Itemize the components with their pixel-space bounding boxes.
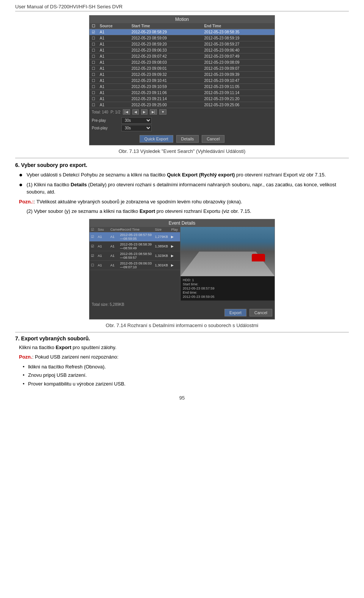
- motion-table-row[interactable]: ☐ A1 2012-05-23 09:07:42 2012-05-23 09:0…: [89, 54, 275, 60]
- total-size-row: Total size: 5,289KB: [92, 302, 272, 307]
- end-time-label: End time:: [183, 291, 272, 294]
- event-row-play[interactable]: ▶: [171, 235, 179, 239]
- preview-panel: HDD: 1 Start time: 2012-05-23 08:57:59 E…: [180, 227, 275, 301]
- motion-table-row[interactable]: ☐ A1 2012-05-23 09:11:06 2012-05-23 09:1…: [89, 90, 275, 96]
- nav-prev[interactable]: ◀: [132, 109, 139, 115]
- row-end: 2012-05-23 09:07:49: [202, 54, 275, 60]
- row-end: 2012-05-23 09:11:14: [202, 90, 275, 96]
- motion-dialog-title: Motion: [89, 16, 275, 23]
- motion-table-row[interactable]: ☐ A1 2012-05-23 08:59:09 2012-05-23 08:5…: [89, 35, 275, 41]
- bullet3: (2) Vyber soubor (y) ze seznamu a klikni…: [19, 208, 349, 215]
- nav-first[interactable]: |◀: [123, 109, 130, 115]
- event-row-check: ☑: [91, 254, 96, 258]
- bullet1-before: Vyber události s Detekcí Pohybu ze sezna…: [27, 172, 167, 178]
- road-scene: [180, 227, 275, 276]
- row-end: 2012-05-23 09:09:39: [202, 72, 275, 78]
- post-play-select[interactable]: 30s: [121, 125, 152, 131]
- motion-table-row[interactable]: ☐ A1 2012-05-23 08:59:20 2012-05-23 08:5…: [89, 41, 275, 47]
- motion-table-row[interactable]: ☑ A1 2012-05-23 08:58:29 2012-05-23 08:5…: [89, 29, 275, 35]
- sub-bullet-item: • Prover kompatibilitu u výrobce zarizen…: [23, 380, 349, 388]
- note2-text: : Pokud USB zarizení není rozpoznáno:: [32, 354, 119, 360]
- nav-next[interactable]: ▶: [141, 109, 147, 115]
- motion-table-row[interactable]: ☐ A1 2012-05-23 09:10:59 2012-05-23 09:1…: [89, 84, 275, 90]
- motion-table-row[interactable]: ☐ A1 2012-05-23 09:10:41 2012-05-23 09:1…: [89, 78, 275, 84]
- bullet1-dot: ●: [19, 171, 25, 178]
- row-check: ☐: [89, 41, 97, 47]
- details-button[interactable]: Details: [176, 135, 199, 143]
- event-row-check: ☑: [91, 244, 96, 248]
- sub-bullet-text: Prover kompatibilitu u výrobce zarizení …: [28, 380, 126, 388]
- total-count: Total: 140: [92, 110, 108, 114]
- row-start: 2012-05-23 09:10:41: [129, 78, 202, 84]
- export-btn-bar: Export Cancel: [92, 307, 272, 318]
- event-row-src: A1: [98, 235, 109, 239]
- event-row-play[interactable]: ▶: [171, 244, 179, 248]
- row-end: 2012-05-23 08:59:27: [202, 41, 275, 47]
- event-row-play[interactable]: ▶: [171, 254, 179, 258]
- event-row-check: ☑: [91, 235, 96, 239]
- normal1-bold: Export: [56, 345, 71, 350]
- bullet3-before: (2) Vyber soubor (y) ze seznamu a klikni…: [27, 208, 140, 214]
- event-row-play[interactable]: ▶: [171, 263, 179, 267]
- total-size-label: Total size: 5,289KB: [92, 302, 124, 307]
- row-end: 2012-05-23 09:21:20: [202, 96, 275, 102]
- cancel-button-motion[interactable]: Cancel: [202, 135, 224, 143]
- page-info: P: 1/2: [110, 110, 120, 114]
- cancel-button-event[interactable]: Cancel: [249, 309, 272, 316]
- post-play-label: Post-play: [92, 126, 118, 130]
- event-row-size: 1,323KB: [155, 254, 169, 258]
- bullet3-bold: Export: [140, 208, 155, 214]
- row-source: A1: [97, 35, 129, 41]
- row-source: A1: [97, 90, 129, 96]
- nav-down[interactable]: ▼: [159, 109, 166, 115]
- event-row-cam: A1: [110, 244, 118, 248]
- post-play-row: Post-play 30s: [92, 125, 272, 131]
- bullet3-text: (2) Vyber soubor (y) ze seznamu a klikni…: [27, 208, 251, 215]
- event-dialog-footer: Total size: 5,289KB Export Cancel: [89, 301, 275, 319]
- motion-table-row[interactable]: ☐ A1 2012-05-23 09:08:03 2012-05-23 09:0…: [89, 60, 275, 66]
- event-list-header: ☑ Sou Camer Record Time Size Play: [89, 227, 180, 232]
- preview-image: [180, 227, 275, 276]
- note2: Pozn.: Pokud USB zarizení není rozpoznán…: [19, 353, 349, 361]
- note1-text: : TVelikost aktuálne vybraných souborů j…: [34, 199, 242, 205]
- nav-last[interactable]: ▶|: [150, 109, 157, 115]
- section6-heading: 6. Vyber soubory pro export.: [15, 162, 349, 168]
- event-details-title: Event Details: [89, 219, 275, 227]
- event-list-row[interactable]: ☑ A1 A1 2012-05-23 08:57:59—08:59:05 1,2…: [89, 232, 180, 242]
- event-list-row[interactable]: ☑ A1 A1 2012-05-23 08:58:50—08:59:57 1,3…: [89, 251, 180, 261]
- motion-table-row[interactable]: ☐ A1 2012-05-23 09:06:33 2012-05-23 09:0…: [89, 47, 275, 54]
- pre-play-label: Pre-play: [92, 118, 118, 123]
- event-list-row[interactable]: ☐ A1 A1 2012-05-23 09:06:03—09:07:10 1,3…: [89, 261, 180, 270]
- sub-bullet-text: lklikni na tlacítko Refresh (Obnova).: [28, 363, 106, 371]
- quick-export-button[interactable]: Quick Export: [140, 135, 173, 143]
- row-source: A1: [97, 54, 129, 60]
- sub-bullet-text: Znovu pripoj USB zarizení.: [28, 371, 87, 379]
- row-source: A1: [97, 41, 129, 47]
- page-container: User Manual of DS-7200HVI/HFI-SH Series …: [0, 0, 364, 416]
- divider1: [15, 158, 349, 158]
- motion-table-row[interactable]: ☐ A1 2012-05-23 09:25:00 2012-05-23 09:2…: [89, 102, 275, 108]
- motion-table: ☐ Source Start Time End Time ☑ A1 2012-0…: [89, 23, 275, 108]
- row-check: ☐: [89, 54, 97, 60]
- col-h-cam: Camer: [110, 228, 119, 231]
- event-details-screenshot-container: Event Details ☑ Sou Camer Record Time Si…: [15, 219, 349, 319]
- event-list-row[interactable]: ☑ A1 A1 2012-05-23 08:58:39—08:59:49 1,3…: [89, 242, 180, 251]
- normal1: Klikni na tlacitko Export pro spuštení z…: [19, 344, 349, 351]
- row-check: ☐: [89, 84, 97, 90]
- row-source: A1: [97, 78, 129, 84]
- row-start: 2012-05-23 09:21:14: [129, 96, 202, 102]
- row-start: 2012-05-23 09:25:00: [129, 102, 202, 108]
- motion-table-row[interactable]: ☐ A1 2012-05-23 09:21:14 2012-05-23 09:2…: [89, 96, 275, 102]
- event-row-rec: 2012-05-23 08:58:50—08:59:57: [120, 252, 153, 260]
- event-list-rows: ☑ A1 A1 2012-05-23 08:57:59—08:59:05 1,2…: [89, 232, 180, 270]
- row-start: 2012-05-23 08:58:29: [129, 29, 202, 35]
- event-row-rec: 2012-05-23 08:58:39—08:59:49: [120, 242, 153, 250]
- motion-table-row[interactable]: ☐ A1 2012-05-23 09:09:01 2012-05-23 09:0…: [89, 66, 275, 72]
- motion-table-row[interactable]: ☐ A1 2012-05-23 09:09:32 2012-05-23 09:0…: [89, 72, 275, 78]
- event-row-src: A1: [98, 244, 109, 248]
- page-number: 95: [15, 395, 349, 401]
- col-h-rec: Record Time: [120, 228, 154, 231]
- pre-play-select[interactable]: 30s: [121, 117, 152, 124]
- col-h-src: Sou: [98, 228, 109, 231]
- export-button[interactable]: Export: [224, 309, 246, 316]
